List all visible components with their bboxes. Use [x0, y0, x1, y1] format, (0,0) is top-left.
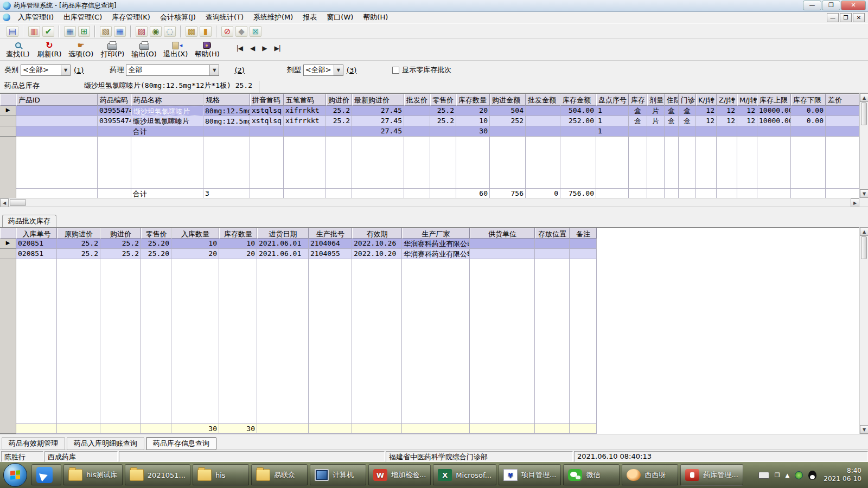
grid-cell[interactable]: 1 — [596, 126, 629, 137]
grid-cell[interactable] — [404, 106, 430, 116]
menu-item[interactable]: 库存管理(K) — [107, 12, 155, 23]
grid-cell[interactable]: 03955474 — [98, 106, 131, 116]
scrollbar-thumb[interactable] — [861, 102, 867, 125]
grid-cell[interactable] — [470, 249, 535, 259]
帮助-button[interactable]: 帮助(H) — [192, 39, 223, 60]
grid-cell[interactable]: 25.2 — [100, 249, 141, 259]
column-header[interactable]: 备注 — [570, 228, 597, 239]
menu-item[interactable]: 帮助(H) — [358, 12, 393, 23]
taskbar-item[interactable]: 计算机 — [310, 464, 366, 486]
grid-cell[interactable]: 2022.10.26 — [352, 239, 402, 249]
grid-cell[interactable] — [757, 188, 791, 198]
tab-batch-stock[interactable]: 药品批次库存 — [2, 215, 56, 227]
scroll-right-icon[interactable]: ▶ — [851, 198, 859, 207]
grid-cell[interactable]: 10000.00 — [757, 106, 791, 116]
column-header[interactable]: 五笔首码 — [284, 94, 326, 106]
grid-cell[interactable]: xstqlsq — [250, 106, 284, 116]
grid-cell[interactable]: 30 — [456, 126, 490, 137]
grid-cell[interactable]: 252 — [490, 116, 526, 126]
grid-cell[interactable]: xifrrkkt — [284, 116, 326, 126]
column-header[interactable] — [0, 228, 16, 239]
grid-cell[interactable] — [717, 188, 737, 198]
grid-cell[interactable] — [16, 106, 98, 116]
category-select[interactable]: <全部> ▼ — [21, 65, 71, 76]
column-header[interactable]: 购进金额 — [490, 94, 526, 106]
grid-cell[interactable] — [665, 126, 679, 137]
row-indicator[interactable] — [0, 126, 16, 137]
grid-cell[interactable] — [352, 188, 404, 198]
calculator-icon[interactable]: ⊞ — [78, 26, 90, 37]
tab-module[interactable]: 药品入库明细账查询 — [67, 437, 144, 450]
grid-cell[interactable] — [284, 188, 326, 198]
grid-cell[interactable]: 12 — [717, 116, 737, 126]
menu-item[interactable]: 会计核算(J) — [155, 12, 201, 23]
grid-cell[interactable]: xstqlsq — [250, 116, 284, 126]
grid-cell[interactable] — [696, 188, 717, 198]
column-header[interactable]: 购进价 — [326, 94, 352, 106]
doc-preview-icon[interactable]: ▧ — [100, 26, 112, 37]
stock-grid-horizontal-scrollbar[interactable]: ◀ ▶ — [0, 198, 859, 207]
grid-cell[interactable]: 25.2 — [57, 239, 100, 249]
grid-cell[interactable] — [737, 188, 757, 198]
grid-cell[interactable]: 盒 — [665, 116, 679, 126]
column-header[interactable]: 产品ID — [16, 94, 98, 106]
grid-cell[interactable] — [203, 126, 250, 137]
taskbar-item[interactable]: ¥项目管理... — [499, 464, 561, 486]
antivirus-icon[interactable] — [795, 471, 803, 479]
taskbar-item[interactable] — [31, 464, 61, 486]
column-header[interactable]: 购进价 — [100, 228, 141, 239]
minimize-button[interactable]: — — [803, 1, 821, 10]
退出-button[interactable]: 退出(X) — [160, 39, 192, 60]
column-header[interactable]: 住院 — [665, 94, 679, 106]
grid-cell[interactable]: 80mg:12.5mg*12片*1板 — [203, 106, 250, 116]
grid-cell[interactable] — [257, 423, 309, 434]
column-header[interactable]: 供货单位 — [470, 228, 535, 239]
查找-button[interactable]: 查找(L) — [2, 39, 34, 60]
batch-grid-vertical-scrollbar[interactable]: ▲ ▼ — [859, 227, 868, 434]
scan-search-icon[interactable]: ◉ — [150, 26, 162, 37]
stock-grid-vertical-scrollbar[interactable]: ▲ ▼ — [859, 93, 868, 198]
grid-cell[interactable]: 25.2 — [100, 239, 141, 249]
grid-cell[interactable] — [326, 188, 352, 198]
menu-item[interactable]: 出库管理(C) — [59, 12, 107, 23]
grid-cell[interactable]: 12 — [696, 116, 717, 126]
grid-cell[interactable]: 缬沙坦氢氯噻嗪片 — [131, 116, 203, 126]
grid-cell[interactable]: 片 — [647, 116, 665, 126]
row-indicator[interactable]: ▶ — [0, 239, 16, 249]
grid-cell[interactable] — [826, 116, 859, 126]
restore-button[interactable]: ❐ — [822, 1, 840, 10]
grid-cell[interactable] — [826, 188, 859, 198]
column-header[interactable]: 库存下限 — [791, 94, 826, 106]
grid-cell[interactable]: 合计 — [131, 126, 203, 137]
grid-cell[interactable]: 缬沙坦氢氯噻嗪片 — [131, 106, 203, 116]
grid-cell[interactable]: 0.00 — [791, 106, 826, 116]
grid-cell[interactable]: 2104064 — [309, 239, 352, 249]
grid-cell[interactable]: 12 — [737, 116, 757, 126]
monitor-icon[interactable]: ▦ — [64, 26, 76, 37]
taskbar-item[interactable]: XMicrosof... — [433, 464, 496, 486]
input-method-icon[interactable] — [758, 472, 769, 479]
grid-cell[interactable] — [737, 126, 757, 137]
grid-cell[interactable] — [470, 423, 535, 434]
grid-cell[interactable] — [490, 126, 526, 137]
grid-cell[interactable] — [430, 126, 456, 137]
grid-cell[interactable]: 华润赛科药业有限公司 — [402, 239, 470, 249]
grid-cell[interactable]: 30 — [171, 423, 219, 434]
menu-item[interactable]: 系统维护(M) — [248, 12, 298, 23]
scroll-down-icon[interactable]: ▼ — [860, 189, 868, 198]
folder-send-icon[interactable]: ▩ — [186, 26, 197, 37]
column-header[interactable]: 差价 — [826, 94, 859, 106]
grid-cell[interactable]: 0 — [526, 188, 560, 198]
chevron-down-icon[interactable]: ▼ — [61, 65, 70, 75]
row-indicator[interactable]: ▶ — [0, 106, 16, 116]
grid-cell[interactable] — [570, 239, 597, 249]
grid-cell[interactable] — [326, 126, 352, 137]
grid-cell[interactable]: 盒 — [665, 106, 679, 116]
grid-cell[interactable] — [352, 423, 402, 434]
选项-button[interactable]: ☛选项(O) — [65, 39, 97, 60]
grid-cell[interactable]: 252.00 — [560, 116, 596, 126]
grid-cell[interactable] — [535, 249, 570, 259]
grid-cell[interactable]: 12 — [696, 106, 717, 116]
grid-cell[interactable]: 10 — [171, 239, 219, 249]
grid-cell[interactable]: 片 — [647, 106, 665, 116]
